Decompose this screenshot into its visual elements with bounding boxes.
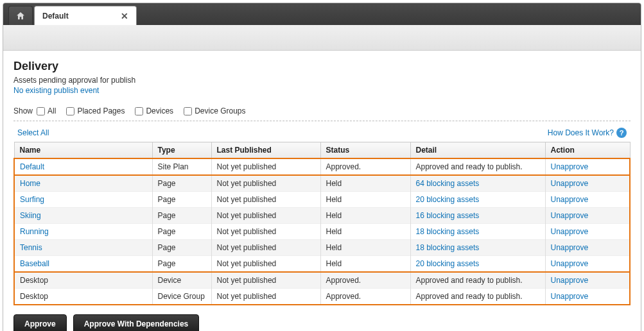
- asset-type: Page: [152, 175, 211, 192]
- table-meta: Select All How Does It Work? ?: [13, 128, 631, 138]
- asset-type: Site Plan: [152, 158, 211, 175]
- table-header-row: Name Type Last Published Status Detail A…: [14, 142, 630, 159]
- help-link[interactable]: How Does It Work? ?: [548, 128, 627, 138]
- filter-all[interactable]: All: [37, 106, 56, 115]
- col-last[interactable]: Last Published: [211, 142, 320, 159]
- close-icon[interactable]: ✕: [118, 11, 131, 21]
- asset-type: Page: [152, 192, 211, 208]
- subbar: [3, 25, 641, 51]
- asset-name: Desktop: [20, 276, 48, 285]
- table-row: DesktopDeviceNot yet publishedApproved.A…: [14, 272, 630, 289]
- asset-detail[interactable]: 20 blocking assets: [416, 259, 480, 268]
- table-row: SkiingPageNot yet publishedHeld16 blocki…: [14, 208, 630, 224]
- filter-row: Show All Placed Pages Devices Device Gro…: [13, 106, 631, 121]
- col-status[interactable]: Status: [320, 142, 410, 159]
- asset-last-published: Not yet published: [211, 272, 320, 289]
- col-detail[interactable]: Detail: [410, 142, 545, 159]
- tab-label: Default: [42, 12, 69, 21]
- asset-last-published: Not yet published: [211, 175, 320, 192]
- asset-status: Held: [320, 240, 410, 256]
- asset-name[interactable]: Running: [20, 227, 49, 236]
- asset-type: Device Group: [152, 289, 211, 305]
- asset-status: Held: [320, 256, 410, 273]
- unapprove-link[interactable]: Unapprove: [551, 162, 589, 171]
- tab-default[interactable]: Default ✕: [34, 6, 137, 25]
- unapprove-link[interactable]: Unapprove: [551, 211, 589, 220]
- filter-placed-pages[interactable]: Placed Pages: [66, 106, 125, 115]
- home-button[interactable]: [8, 6, 33, 25]
- asset-detail[interactable]: 20 blocking assets: [416, 195, 480, 204]
- asset-last-published: Not yet published: [211, 289, 320, 305]
- filter-device-groups[interactable]: Device Groups: [184, 106, 245, 115]
- asset-detail: Approved and ready to publish.: [416, 276, 523, 285]
- asset-type: Page: [152, 256, 211, 273]
- checkbox-device-groups[interactable]: [184, 107, 192, 115]
- asset-detail: Approved and ready to publish.: [416, 292, 523, 301]
- publish-event-link[interactable]: No existing publish event: [13, 86, 631, 95]
- table-row: BaseballPageNot yet publishedHeld20 bloc…: [14, 256, 630, 273]
- asset-status: Held: [320, 192, 410, 208]
- unapprove-link[interactable]: Unapprove: [551, 243, 589, 252]
- asset-status: Held: [320, 208, 410, 224]
- asset-status: Approved.: [320, 289, 410, 305]
- asset-status: Held: [320, 224, 410, 240]
- asset-name[interactable]: Skiing: [20, 211, 41, 220]
- asset-last-published: Not yet published: [211, 192, 320, 208]
- asset-detail[interactable]: 16 blocking assets: [416, 211, 480, 220]
- asset-last-published: Not yet published: [211, 240, 320, 256]
- col-type[interactable]: Type: [152, 142, 211, 159]
- col-action[interactable]: Action: [545, 142, 630, 159]
- asset-type: Page: [152, 240, 211, 256]
- col-name[interactable]: Name: [14, 142, 152, 159]
- filter-label: Show: [13, 106, 33, 115]
- content: Delivery Assets pending approval for pub…: [3, 51, 641, 331]
- unapprove-link[interactable]: Unapprove: [551, 179, 589, 188]
- checkbox-placed-pages[interactable]: [66, 107, 74, 115]
- approve-button[interactable]: Approve: [13, 314, 67, 331]
- table-row: TennisPageNot yet publishedHeld18 blocki…: [14, 240, 630, 256]
- asset-name: Desktop: [20, 292, 48, 301]
- section-title: Delivery: [13, 60, 631, 73]
- unapprove-link[interactable]: Unapprove: [551, 259, 589, 268]
- checkbox-all[interactable]: [37, 107, 45, 115]
- unapprove-link[interactable]: Unapprove: [551, 227, 589, 236]
- app-frame: Default ✕ Delivery Assets pending approv…: [3, 3, 641, 331]
- table-row: HomePageNot yet publishedHeld64 blocking…: [14, 175, 630, 192]
- table-row: DesktopDevice GroupNot yet publishedAppr…: [14, 289, 630, 305]
- asset-type: Device: [152, 272, 211, 289]
- section-subtitle: Assets pending approval for publish: [13, 76, 631, 85]
- asset-detail: Approved and ready to publish.: [416, 162, 523, 171]
- table-row: RunningPageNot yet publishedHeld18 block…: [14, 224, 630, 240]
- unapprove-link[interactable]: Unapprove: [551, 276, 589, 285]
- asset-last-published: Not yet published: [211, 208, 320, 224]
- asset-last-published: Not yet published: [211, 256, 320, 273]
- topbar: Default ✕: [3, 3, 641, 25]
- asset-last-published: Not yet published: [211, 158, 320, 175]
- assets-table: Name Type Last Published Status Detail A…: [13, 142, 631, 305]
- asset-last-published: Not yet published: [211, 224, 320, 240]
- asset-name[interactable]: Surfing: [20, 195, 44, 204]
- filter-devices[interactable]: Devices: [135, 106, 173, 115]
- asset-status: Approved.: [320, 158, 410, 175]
- help-icon: ?: [616, 128, 627, 138]
- asset-detail[interactable]: 64 blocking assets: [416, 179, 480, 188]
- unapprove-link[interactable]: Unapprove: [551, 292, 589, 301]
- asset-detail[interactable]: 18 blocking assets: [416, 243, 480, 252]
- buttons-row: Approve Approve With Dependencies: [13, 314, 631, 331]
- table-row: DefaultSite PlanNot yet publishedApprove…: [14, 158, 630, 175]
- asset-type: Page: [152, 208, 211, 224]
- asset-status: Held: [320, 175, 410, 192]
- home-icon: [15, 11, 26, 21]
- approve-with-dependencies-button[interactable]: Approve With Dependencies: [73, 314, 200, 331]
- unapprove-link[interactable]: Unapprove: [551, 195, 589, 204]
- checkbox-devices[interactable]: [135, 107, 143, 115]
- asset-type: Page: [152, 224, 211, 240]
- asset-name[interactable]: Default: [20, 162, 44, 171]
- asset-status: Approved.: [320, 272, 410, 289]
- asset-name[interactable]: Home: [20, 179, 40, 188]
- table-row: SurfingPageNot yet publishedHeld20 block…: [14, 192, 630, 208]
- select-all-link[interactable]: Select All: [17, 128, 49, 137]
- asset-name[interactable]: Tennis: [20, 243, 42, 252]
- asset-name[interactable]: Baseball: [20, 259, 49, 268]
- asset-detail[interactable]: 18 blocking assets: [416, 227, 480, 236]
